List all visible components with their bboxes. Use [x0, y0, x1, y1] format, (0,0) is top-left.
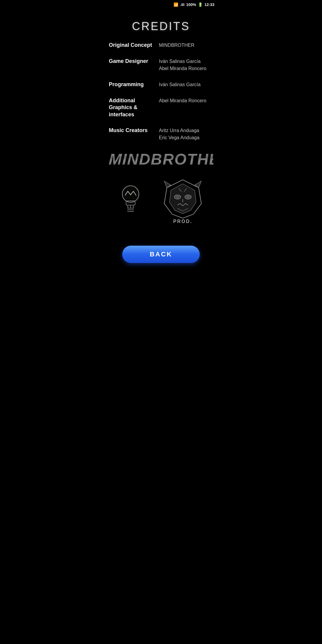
- credits-row-original-concept: Original Concept MINDBROTHER: [109, 42, 213, 49]
- lightbulb-logo: [116, 182, 145, 220]
- battery-percent: 100%: [186, 2, 196, 7]
- credits-row-additional-graphics: Additional Graphics & interfaces Abel Mi…: [109, 97, 213, 118]
- clock: 12:33: [205, 2, 214, 7]
- credits-row-music-creators: Music Creators Aritz Urra Anduaga Eric V…: [109, 127, 213, 141]
- wifi-icon: 📶: [174, 2, 178, 7]
- role-original-concept: Original Concept: [109, 42, 159, 49]
- svg-point-12: [176, 196, 179, 198]
- credits-row-game-designer: Game Designer Iván Salinas García Abel M…: [109, 58, 213, 72]
- credits-table: Original Concept MINDBROTHER Game Design…: [103, 42, 219, 141]
- names-additional-graphics: Abel Miranda Roncero: [159, 97, 213, 104]
- back-button-container: BACK: [103, 234, 219, 275]
- mindbrother-logo-text: MiNDBROTHER: [108, 151, 213, 168]
- svg-marker-16: [195, 181, 201, 188]
- credits-row-programming: Programming Iván Salinas García: [109, 81, 213, 88]
- signal-bars: .ill: [180, 2, 184, 7]
- svg-point-7: [123, 186, 138, 202]
- robot-logo: PROD.: [159, 177, 207, 225]
- names-programming: Iván Salinas García: [159, 81, 213, 88]
- battery-icon: 🔋: [198, 2, 203, 7]
- logos-row: PROD.: [109, 177, 213, 225]
- role-music-creators: Music Creators: [109, 127, 159, 134]
- names-music-creators: Aritz Urra Anduaga Eric Vega Anduaga: [159, 127, 213, 141]
- status-bar: 📶 .ill 100% 🔋 12:33: [103, 0, 219, 8]
- names-original-concept: MINDBROTHER: [159, 42, 213, 49]
- names-game-designer: Iván Salinas García Abel Miranda Roncero: [159, 58, 213, 72]
- svg-marker-9: [169, 184, 196, 213]
- role-game-designer: Game Designer: [109, 58, 159, 65]
- role-programming: Programming: [109, 81, 159, 88]
- role-additional-graphics: Additional Graphics & interfaces: [109, 97, 159, 118]
- svg-point-13: [186, 196, 190, 198]
- back-button[interactable]: BACK: [122, 246, 200, 263]
- svg-marker-15: [164, 181, 171, 188]
- svg-text:PROD.: PROD.: [173, 219, 192, 224]
- page-title: CREDITS: [103, 20, 219, 33]
- logo-section: MiNDBROTHER: [103, 150, 219, 225]
